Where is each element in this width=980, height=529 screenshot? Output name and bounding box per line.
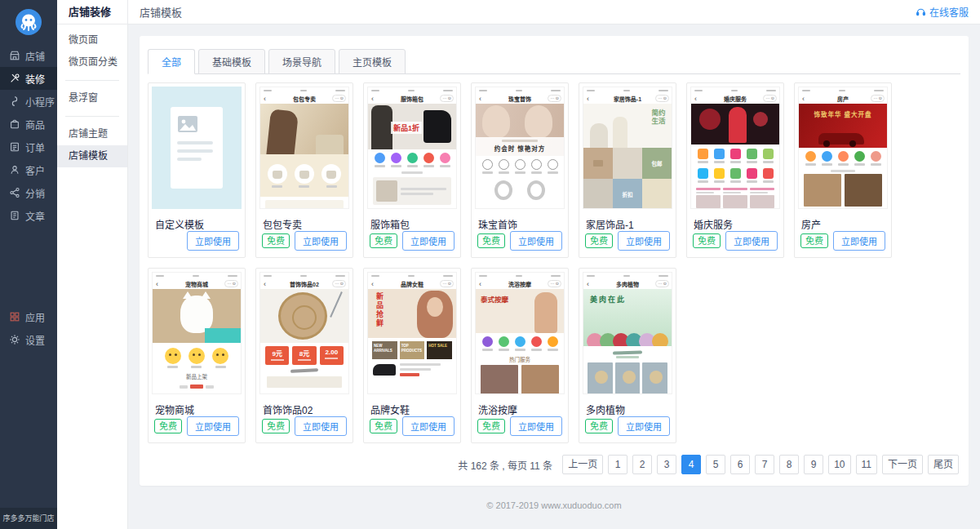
tab-all[interactable]: 全部 [148,49,195,74]
pagination-page-button[interactable]: 8 [779,455,799,474]
sidebar-item-miniprogram[interactable]: 小程序 [0,90,57,113]
template-name: 服饰箱包 [364,212,460,231]
submenu-item-floating-window[interactable]: 悬浮窗 [57,87,127,109]
submenu-item-micropage[interactable]: 微页面 [57,29,127,51]
sidebar-item-distribution[interactable]: 分销 [0,181,57,204]
hero-banner-text: 美肉在此 [583,289,672,305]
template-preview [152,87,242,209]
use-template-button[interactable]: 立即使用 [833,231,885,251]
capsule-icon: ⋯ ⊙ [440,95,454,102]
template-preview: ‹洗浴按摩⋯ ⊙ 泰式按摩 热门服务 [475,272,565,394]
free-badge: 免费 [800,233,828,248]
template-card: ‹婚庆服务⋯ ⊙ [686,82,784,258]
use-template-button[interactable]: 立即使用 [295,231,347,251]
pagination-page-button[interactable]: 7 [755,455,774,474]
content-panel: 全部 基础模板 场景导航 主页模板 自定义模板 立即使用 [140,36,969,486]
secondary-sidebar: 店铺装修 微页面 微页面分类 悬浮窗 店铺主题 店铺模板 [57,0,128,529]
template-name: 宠物商城 [149,398,245,416]
orders-icon [9,141,20,153]
hero-promo-text: 新品1折 [391,122,422,134]
pagination-page-button-active[interactable]: 4 [681,455,701,474]
tab-scene-nav[interactable]: 场景导航 [268,49,335,74]
template-name: 家居饰品-1 [579,212,676,231]
main-area: 店铺模板 在线客服 全部 基础模板 场景导航 主页模板 自定义模板 [128,0,980,529]
sidebar-item-decorate[interactable]: 装修 [0,67,57,90]
topbar: 店铺模板 在线客服 [128,0,980,24]
shop-icon [9,50,20,61]
template-preview: ‹首饰饰品02⋯ ⊙ 9元 8元 2.00 [259,272,349,394]
template-name: 珠宝首饰 [472,212,568,231]
sidebar-item-goods[interactable]: 商品 [0,113,57,136]
app-logo [0,0,57,44]
use-template-button[interactable]: 立即使用 [510,231,562,251]
capsule-icon: ⋯ ⊙ [548,95,561,102]
template-card: ‹多肉植物⋯ ⊙ 美肉在此 多肉植物 免费 立即使用 [579,268,676,443]
free-badge: 免费 [477,233,505,248]
pagination-page-button[interactable]: 6 [730,455,750,474]
use-template-button[interactable]: 立即使用 [402,231,455,251]
capsule-icon: ⋯ ⊙ [763,95,777,102]
use-template-button[interactable]: 立即使用 [295,416,347,436]
template-preview: ‹服饰箱包⋯ ⊙ 新品1折 [367,87,457,209]
customers-icon [9,164,20,176]
primary-sidebar: 店铺 装修 小程序 商品 订单 客户 分销 文章 应用 设置 序多多万能门店 [0,0,57,529]
pagination-page-button[interactable]: 5 [706,455,725,474]
miniprogram-icon [9,96,20,107]
pagination-page-button[interactable]: 1 [608,455,627,474]
pagination-last-button[interactable]: 尾页 [928,455,959,474]
use-template-button[interactable]: 立即使用 [618,416,670,436]
submenu-item-micropage-category[interactable]: 微页面分类 [57,51,127,73]
hero-banner-text: 饰致年华 盛大开盘 [799,104,887,118]
pagination-next-button[interactable]: 下一页 [882,455,923,474]
pagination-summary: 共 162 条 , 每页 11 条 [458,458,552,472]
capsule-icon: ⋯ ⊙ [224,280,238,287]
hero-vertical-text: 新品抢鲜 [375,292,385,328]
use-template-button[interactable]: 立即使用 [402,416,455,436]
online-service-link[interactable]: 在线客服 [916,5,969,19]
article-icon [9,210,20,221]
free-badge: 免费 [154,419,182,433]
back-icon: ‹ [479,280,481,288]
tab-basic-templates[interactable]: 基础模板 [198,49,265,74]
hero-slogan-text: 约会时 惊艳对方 [476,144,564,153]
sidebar-item-shop[interactable]: 店铺 [0,44,57,67]
template-card: ‹包包专卖⋯ ⊙ 包包专卖 免费 立即使用 [255,82,353,258]
template-tabs: 全部 基础模板 场景导航 主页模板 [148,49,960,74]
pagination-page-button[interactable]: 2 [632,455,652,474]
sidebar-item-settings[interactable]: 设置 [0,328,57,351]
tab-home-templates[interactable]: 主页模板 [339,49,406,74]
sidebar-item-orders[interactable]: 订单 [0,136,57,158]
use-template-button[interactable]: 立即使用 [510,416,562,436]
template-preview: ‹包包专卖⋯ ⊙ [259,87,349,209]
back-icon: ‹ [371,280,374,288]
pagination-prev-button[interactable]: 上一页 [562,455,603,474]
back-icon: ‹ [264,280,266,288]
use-template-button[interactable]: 立即使用 [187,416,239,436]
template-name: 品牌女鞋 [364,398,460,416]
pagination-page-button[interactable]: 11 [856,455,877,474]
sidebar-item-articles[interactable]: 文章 [0,204,57,227]
pagination-page-button[interactable]: 9 [804,455,823,474]
back-icon: ‹ [694,95,697,103]
use-template-button[interactable]: 立即使用 [187,231,239,251]
image-placeholder-icon [177,115,198,133]
use-template-button[interactable]: 立即使用 [618,231,670,251]
template-card: ‹宠物商城⋯ ⊙ 新品上架 宠物商城 免费 立即使用 [148,268,246,443]
submenu-item-shop-template[interactable]: 店铺模板 [57,145,127,167]
sidebar-item-apps[interactable]: 应用 [0,305,57,328]
free-badge: 免费 [585,419,613,433]
octopus-logo-icon [15,8,42,36]
back-icon: ‹ [587,95,589,103]
pagination-page-button[interactable]: 10 [828,455,850,474]
template-preview: ‹珠宝首饰⋯ ⊙ 约会时 惊艳对方 [475,87,565,209]
template-card: ‹洗浴按摩⋯ ⊙ 泰式按摩 热门服务 洗浴按摩 免费 立即使用 [471,268,569,443]
sidebar-item-customers[interactable]: 客户 [0,158,57,181]
template-grid: 自定义模板 立即使用 ‹包包专卖⋯ ⊙ [146,82,962,443]
share-icon [9,187,20,198]
submenu-item-shop-theme[interactable]: 店铺主题 [57,123,127,145]
submenu-title: 店铺装修 [57,0,127,24]
capsule-icon: ⋯ ⊙ [332,280,346,287]
use-template-button[interactable]: 立即使用 [725,231,778,251]
back-icon: ‹ [156,280,158,288]
pagination-page-button[interactable]: 3 [657,455,676,474]
